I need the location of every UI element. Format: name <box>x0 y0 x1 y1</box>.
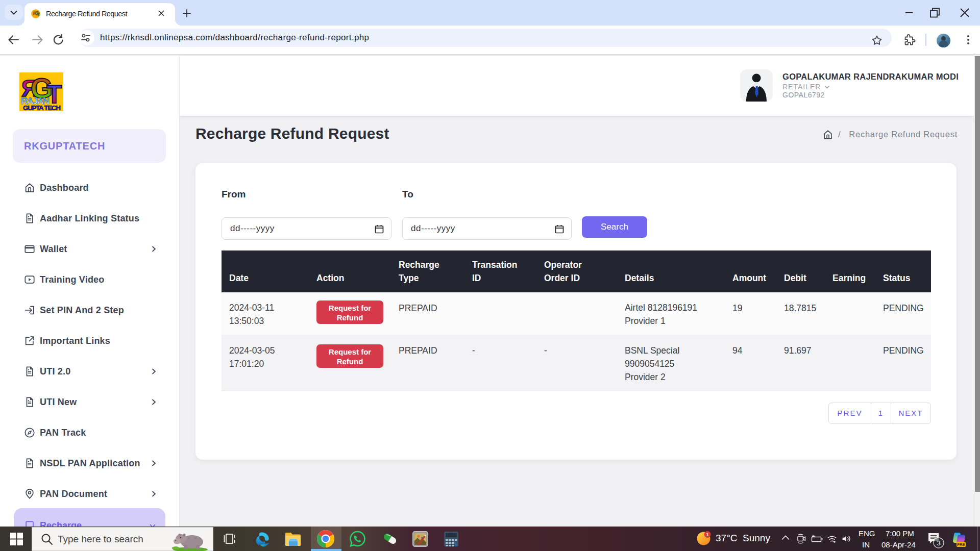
svg-text:3: 3 <box>937 539 940 547</box>
svg-text:1: 1 <box>706 532 709 537</box>
svg-text:PRE: PRE <box>957 542 965 547</box>
svg-text:GUPTA TECH: GUPTA TECH <box>23 104 61 111</box>
